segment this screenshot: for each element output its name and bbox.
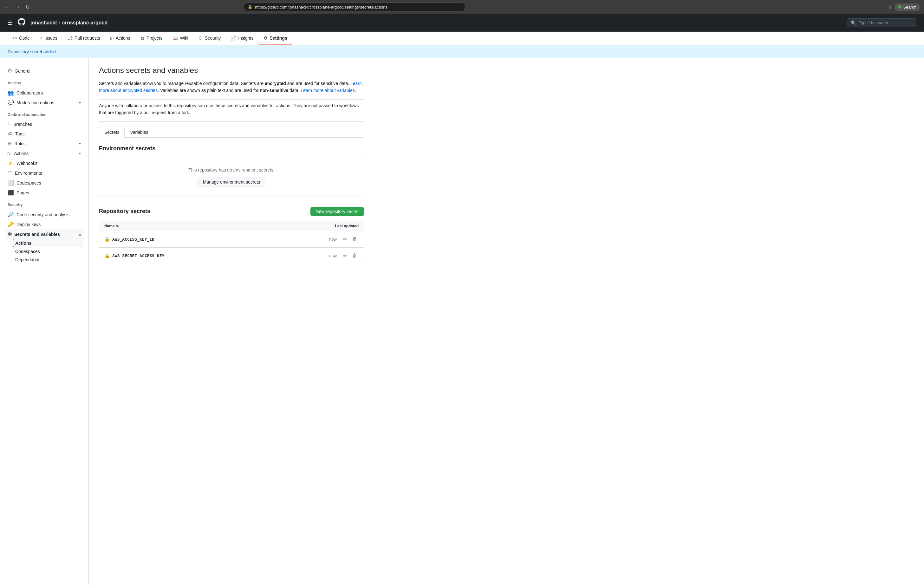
sidebar-item-webhooks[interactable]: ⚡ Webhooks (5, 158, 83, 168)
settings-icon: ⚙ (264, 36, 267, 41)
secret-name-cell-2: 🔒 AWS_SECRET_ACCESS_KEY (104, 253, 329, 258)
search-icon: 🔍 (851, 20, 856, 25)
lock-icon-2: 🔒 (104, 253, 110, 258)
table-updated-header: Last updated (335, 224, 359, 228)
sidebar-item-actions[interactable]: ▷ Actions ▾ (5, 148, 83, 158)
nav-item-insights[interactable]: 📈 Insights (226, 32, 258, 45)
deploy-keys-icon: 🔑 (8, 221, 14, 227)
browser-address-bar[interactable]: 🔒 https://github.com/jonashackt/crosspla… (244, 3, 465, 12)
sidebar-item-general[interactable]: ⚙ General (5, 66, 83, 76)
repo-name-link[interactable]: crossplane-argocd (62, 20, 107, 26)
github-logo[interactable] (18, 18, 25, 28)
page-title: Actions secrets and variables (99, 66, 364, 75)
sidebar-sub-item-codespaces[interactable]: Codespaces (13, 247, 83, 255)
chevron-down-icon: ▾ (79, 101, 81, 105)
codespaces-icon: ⬜ (8, 180, 14, 186)
sidebar-label-actions: Actions (14, 151, 28, 156)
code-icon: <> (12, 36, 17, 41)
secrets-sub-menu: Actions Codespaces Dependabot (5, 239, 83, 264)
sidebar-item-moderation[interactable]: 💬 Moderation options ▾ (5, 98, 83, 107)
sidebar-section-access: Access (5, 81, 83, 85)
main-content: Actions secrets and variables Secrets an… (89, 58, 374, 585)
repo-navigation: <> Code ○ Issues ⎇ Pull requests ▷ Actio… (0, 32, 924, 45)
sidebar-item-deploy-keys[interactable]: 🔑 Deploy keys (5, 219, 83, 229)
global-search-box[interactable]: 🔍 Type / to search (846, 18, 916, 27)
sidebar-item-tags-left: 🏷 Tags (8, 131, 25, 137)
sidebar-item-secrets-variables[interactable]: ✱ Secrets and variables ▴ (5, 229, 83, 239)
learn-vars-link[interactable]: Learn more about variables (300, 88, 355, 93)
tab-variables[interactable]: Variables (125, 127, 153, 137)
collaborators-icon: 👥 (8, 90, 14, 96)
env-secrets-section-header: Environment secrets (99, 145, 364, 152)
settings-sidebar: ⚙ General Access 👥 Collaborators 💬 Moder… (0, 58, 89, 585)
shield-icon: 🔒 (248, 5, 252, 9)
sidebar-sub-label-codespaces: Codespaces (15, 249, 40, 254)
issues-icon: ○ (40, 36, 43, 41)
secret-name-2: AWS_SECRET_ACCESS_KEY (112, 253, 164, 258)
nav-item-actions[interactable]: ▷ Actions (106, 32, 135, 45)
browser-refresh-button[interactable]: ↻ (24, 3, 31, 12)
repo-breadcrumb: jonashackt / crossplane-argocd (30, 20, 107, 26)
nav-label-issues: Issues (45, 36, 57, 41)
main-layout: ⚙ General Access 👥 Collaborators 💬 Moder… (0, 58, 924, 585)
nav-item-wiki[interactable]: 📖 Wiki (168, 32, 193, 45)
tags-icon: 🏷 (8, 131, 13, 137)
nav-item-settings[interactable]: ⚙ Settings (259, 32, 291, 45)
sidebar-item-environments[interactable]: ⬚ Environments (5, 168, 83, 178)
browser-security-icons: 🔒 (248, 5, 252, 9)
browser-chrome: ← → ↻ 🔒 https://github.com/jonashackt/cr… (0, 0, 924, 14)
insights-icon: 📈 (231, 36, 236, 41)
browser-search-button[interactable]: Search (894, 3, 920, 11)
secret-actions-1: ✏ 🗑 (342, 235, 359, 244)
sidebar-section-security: Security (5, 203, 83, 207)
nav-label-insights: Insights (238, 36, 253, 41)
secret-name-1: AWS_ACCESS_KEY_ID (112, 237, 154, 242)
sidebar-sub-item-dependabot[interactable]: Dependabot (13, 255, 83, 264)
sidebar-label-environments: Environments (15, 171, 42, 176)
nav-item-issues[interactable]: ○ Issues (36, 32, 62, 45)
nav-item-pull-requests[interactable]: ⎇ Pull requests (63, 32, 105, 45)
desc-bold1: encrypted (265, 81, 286, 86)
sidebar-label-webhooks: Webhooks (16, 161, 38, 166)
breadcrumb-separator: / (59, 20, 60, 26)
sidebar-item-pages[interactable]: ⬛ Pages (5, 188, 83, 198)
sidebar-label-code-security: Code security and analysis (16, 212, 69, 217)
browser-back-button[interactable]: ← (4, 3, 12, 11)
sidebar-sub-item-actions[interactable]: Actions (13, 239, 83, 247)
rules-icon: ⊞ (8, 140, 12, 147)
sidebar-item-code-security[interactable]: 🔎 Code security and analysis (5, 209, 83, 219)
sidebar-label-rules: Rules (14, 141, 26, 146)
sidebar-label-moderation: Moderation options (16, 100, 54, 105)
desc-part1: Secrets and variables allow you to manag… (99, 81, 265, 86)
nav-item-projects[interactable]: ▦ Projects (136, 32, 167, 45)
nav-item-security[interactable]: 🛡 Security (194, 32, 226, 45)
webhooks-icon: ⚡ (8, 160, 14, 166)
sidebar-item-branches[interactable]: ⑂ Branches (5, 120, 83, 129)
delete-secret-button-2[interactable]: 🗑 (351, 251, 359, 260)
new-repository-secret-button[interactable]: New repository secret (310, 207, 364, 216)
secret-updated-2: now (329, 253, 337, 258)
notification-banner: Repository secret added. (0, 45, 924, 58)
description-text: Secrets and variables allow you to manag… (99, 80, 364, 100)
lock-icon-1: 🔒 (104, 237, 110, 242)
desc-part3: . Variables are shown as plain text and … (158, 88, 260, 93)
nav-label-code: Code (19, 36, 30, 41)
moderation-icon: 💬 (8, 100, 14, 105)
browser-forward-button[interactable]: → (14, 3, 21, 11)
nav-label-actions: Actions (116, 36, 130, 41)
sidebar-item-rules[interactable]: ⊞ Rules ▾ (5, 138, 83, 148)
edit-secret-button-2[interactable]: ✏ (342, 251, 348, 260)
sidebar-item-codespaces[interactable]: ⬜ Codespaces (5, 178, 83, 188)
username-link[interactable]: jonashackt (30, 20, 57, 26)
tab-secrets[interactable]: Secrets (99, 127, 125, 138)
delete-secret-button-1[interactable]: 🗑 (351, 235, 359, 243)
wiki-icon: 📖 (173, 36, 178, 41)
sidebar-item-tags[interactable]: 🏷 Tags (5, 129, 83, 138)
nav-item-code[interactable]: <> Code (8, 32, 34, 45)
sidebar-item-collaborators[interactable]: 👥 Collaborators (5, 88, 83, 98)
browser-bookmark-button[interactable]: ☆ (888, 4, 892, 10)
hamburger-menu-button[interactable]: ☰ (8, 19, 13, 26)
edit-secret-button-1[interactable]: ✏ (342, 235, 348, 244)
sort-icon[interactable]: ⇅ (116, 224, 119, 228)
manage-environment-secrets-button[interactable]: Manage environment secrets (198, 178, 266, 186)
